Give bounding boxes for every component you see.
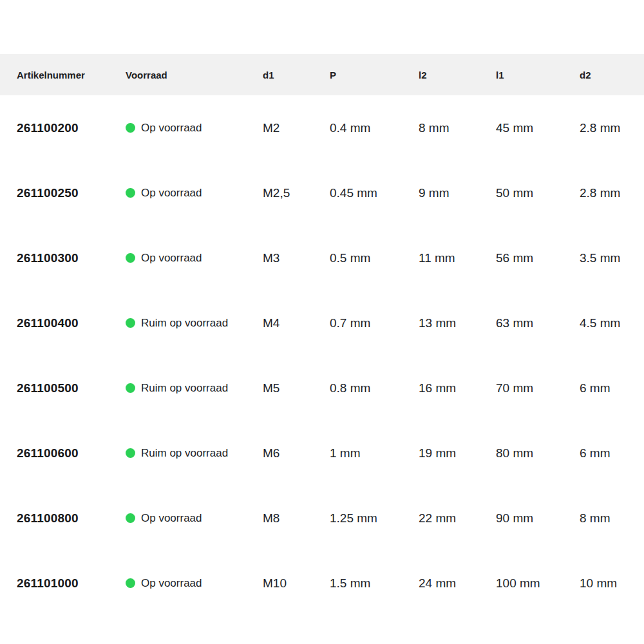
article-number: 261100400	[17, 316, 126, 330]
stock-status-label: Op voorraad	[141, 122, 202, 135]
value-p: 0.45 mm	[330, 186, 419, 200]
column-header-artikelnummer: Artikelnummer	[17, 70, 126, 80]
value-d1: M3	[263, 251, 330, 265]
value-d2: 10 mm	[580, 576, 644, 591]
stock-status: Ruim op voorraad	[126, 382, 263, 395]
stock-status: Op voorraad	[126, 252, 263, 265]
table-row: 261100400 Ruim op voorraad M4 0.7 mm 13 …	[0, 290, 644, 355]
table-row: 261100300 Op voorraad M3 0.5 mm 11 mm 56…	[0, 225, 644, 290]
value-d1: M10	[263, 576, 330, 591]
table-header-row: Artikelnummer Voorraad d1 P l2 l1 d2	[0, 54, 644, 95]
stock-dot-icon	[126, 188, 135, 198]
value-l1: 80 mm	[496, 446, 580, 460]
value-d2: 4.5 mm	[580, 316, 644, 330]
value-l2: 24 mm	[419, 576, 496, 591]
value-l2: 13 mm	[419, 316, 496, 330]
column-header-l1: l1	[496, 70, 580, 80]
stock-dot-icon	[126, 123, 135, 133]
value-l1: 45 mm	[496, 121, 580, 135]
stock-status-label: Op voorraad	[141, 187, 202, 200]
value-p: 0.8 mm	[330, 381, 419, 395]
stock-status-label: Ruim op voorraad	[141, 317, 228, 330]
article-number: 261100500	[17, 381, 126, 395]
stock-dot-icon	[126, 448, 135, 458]
value-p: 0.7 mm	[330, 316, 419, 330]
value-d1: M2,5	[263, 186, 330, 200]
article-number: 261100250	[17, 186, 126, 200]
stock-status-label: Op voorraad	[141, 512, 202, 525]
stock-status: Ruim op voorraad	[126, 447, 263, 460]
stock-status-label: Op voorraad	[141, 252, 202, 265]
value-p: 1.5 mm	[330, 576, 419, 591]
value-d2: 6 mm	[580, 381, 644, 395]
value-p: 0.5 mm	[330, 251, 419, 265]
article-number: 261100800	[17, 511, 126, 526]
table-row: 261101000 Op voorraad M10 1.5 mm 24 mm 1…	[0, 551, 644, 616]
value-d1: M8	[263, 511, 330, 526]
value-d1: M5	[263, 381, 330, 395]
product-spec-table: Artikelnummer Voorraad d1 P l2 l1 d2 261…	[0, 54, 644, 616]
value-d2: 2.8 mm	[580, 186, 644, 200]
table-row: 261100500 Ruim op voorraad M5 0.8 mm 16 …	[0, 355, 644, 421]
column-header-l2: l2	[419, 70, 496, 80]
article-number: 261100600	[17, 446, 126, 460]
value-l2: 9 mm	[419, 186, 496, 200]
column-header-d1: d1	[263, 70, 330, 80]
value-p: 1 mm	[330, 446, 419, 460]
value-l2: 16 mm	[419, 381, 496, 395]
value-l2: 22 mm	[419, 511, 496, 526]
value-l2: 19 mm	[419, 446, 496, 460]
stock-status: Op voorraad	[126, 512, 263, 525]
article-number: 261100300	[17, 251, 126, 265]
stock-dot-icon	[126, 578, 135, 588]
stock-status-label: Ruim op voorraad	[141, 382, 228, 395]
column-header-d2: d2	[580, 70, 644, 80]
column-header-voorraad: Voorraad	[126, 70, 263, 80]
value-d1: M4	[263, 316, 330, 330]
stock-status: Op voorraad	[126, 187, 263, 200]
stock-dot-icon	[126, 318, 135, 328]
stock-status: Op voorraad	[126, 577, 263, 590]
value-l1: 56 mm	[496, 251, 580, 265]
value-l2: 8 mm	[419, 121, 496, 135]
column-header-p: P	[330, 70, 419, 80]
table-row: 261100250 Op voorraad M2,5 0.45 mm 9 mm …	[0, 160, 644, 225]
article-number: 261100200	[17, 121, 126, 135]
value-l1: 90 mm	[496, 511, 580, 526]
article-number: 261101000	[17, 576, 126, 591]
value-d2: 6 mm	[580, 446, 644, 460]
value-l2: 11 mm	[419, 251, 496, 265]
value-l1: 50 mm	[496, 186, 580, 200]
stock-status: Op voorraad	[126, 122, 263, 135]
table-row: 261100200 Op voorraad M2 0.4 mm 8 mm 45 …	[0, 95, 644, 160]
stock-dot-icon	[126, 383, 135, 393]
stock-dot-icon	[126, 253, 135, 263]
value-l1: 100 mm	[496, 576, 580, 591]
stock-status-label: Op voorraad	[141, 577, 202, 590]
value-d2: 8 mm	[580, 511, 644, 526]
value-d1: M6	[263, 446, 330, 460]
value-l1: 70 mm	[496, 381, 580, 395]
value-p: 1.25 mm	[330, 511, 419, 526]
value-d2: 2.8 mm	[580, 121, 644, 135]
table-row: 261100600 Ruim op voorraad M6 1 mm 19 mm…	[0, 421, 644, 486]
value-d2: 3.5 mm	[580, 251, 644, 265]
stock-status-label: Ruim op voorraad	[141, 447, 228, 460]
value-p: 0.4 mm	[330, 121, 419, 135]
table-row: 261100800 Op voorraad M8 1.25 mm 22 mm 9…	[0, 486, 644, 551]
value-l1: 63 mm	[496, 316, 580, 330]
stock-status: Ruim op voorraad	[126, 317, 263, 330]
value-d1: M2	[263, 121, 330, 135]
stock-dot-icon	[126, 513, 135, 523]
